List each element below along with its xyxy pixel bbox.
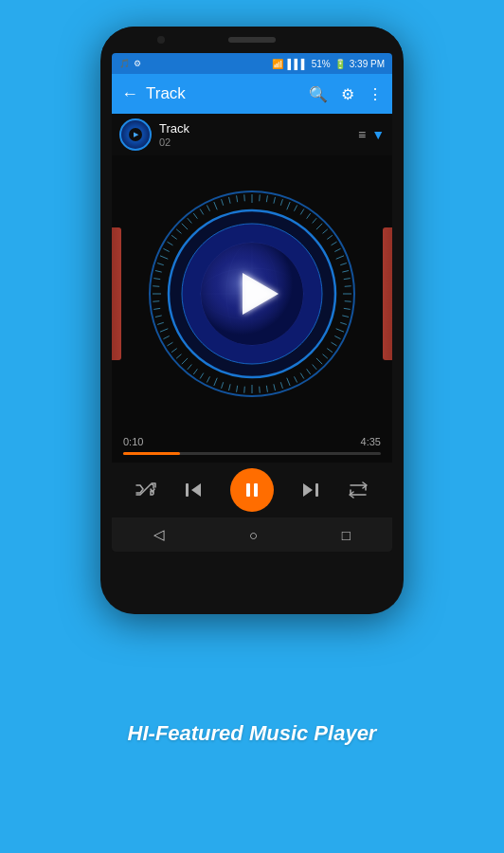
svg-line-70	[316, 224, 322, 229]
home-nav-button[interactable]: ○	[249, 527, 258, 543]
playlist-icon[interactable]: ≡	[358, 127, 366, 142]
svg-line-12	[307, 369, 311, 374]
next-icon	[301, 481, 320, 499]
svg-line-50	[182, 224, 188, 229]
player-disc[interactable]	[148, 190, 356, 398]
svg-line-65	[287, 202, 290, 209]
back-nav-button[interactable]: ◁	[153, 526, 165, 543]
svg-line-39	[153, 301, 159, 302]
svg-line-11	[313, 365, 317, 370]
svg-line-61	[260, 194, 261, 201]
progress-bar[interactable]	[123, 452, 381, 455]
svg-rect-94	[254, 483, 258, 497]
more-options-icon[interactable]: ⋮	[368, 85, 383, 103]
side-artwork-right	[383, 227, 392, 360]
battery-level: 51%	[312, 59, 331, 69]
repeat-button[interactable]	[348, 481, 369, 499]
shuffle-button[interactable]	[135, 481, 156, 499]
svg-line-22	[237, 386, 238, 392]
svg-line-35	[160, 329, 168, 332]
mini-disc-inner: ▶	[129, 128, 142, 141]
svg-line-67	[300, 209, 304, 214]
back-button[interactable]: ←	[121, 84, 138, 104]
mini-play-icon: ▶	[134, 131, 138, 138]
svg-line-44	[157, 263, 164, 265]
track-info-row: ▶ Track 02 ≡ ▼	[112, 114, 392, 155]
app-title: Track	[146, 84, 296, 103]
dropdown-icon[interactable]: ▼	[371, 127, 385, 142]
svg-line-19	[260, 387, 261, 393]
current-time: 0:10	[123, 436, 143, 447]
svg-line-45	[160, 256, 168, 259]
bottom-banner: HI-Featured Music Player	[0, 614, 504, 853]
svg-line-78	[344, 279, 351, 280]
progress-fill	[123, 452, 180, 455]
status-left-icons: 🎵 ⚙	[119, 59, 141, 68]
clock: 3:39 PM	[350, 59, 385, 69]
svg-line-57	[228, 197, 230, 204]
svg-line-2	[344, 308, 351, 309]
svg-line-36	[157, 322, 164, 324]
svg-rect-96	[315, 483, 318, 497]
status-right-icons: 📶 ▌▌▌ 51% 🔋 3:39 PM	[272, 59, 385, 69]
app-bar: ← Track 🔍 ⚙ ⋮	[112, 74, 392, 114]
svg-line-42	[153, 279, 160, 280]
svg-line-17	[274, 384, 276, 390]
side-artwork-left	[112, 227, 121, 360]
svg-line-54	[207, 205, 209, 210]
svg-line-27	[200, 373, 204, 379]
svg-line-30	[182, 358, 188, 364]
svg-line-53	[200, 209, 204, 214]
progress-times: 0:10 4:35	[123, 432, 381, 449]
svg-line-18	[266, 386, 267, 392]
next-button[interactable]	[301, 481, 320, 499]
track-action-icons: ≡ ▼	[358, 127, 385, 142]
svg-line-66	[294, 205, 297, 210]
previous-icon	[184, 481, 203, 499]
svg-marker-95	[303, 483, 313, 497]
progress-section: 0:10 4:35	[112, 432, 392, 463]
svg-line-48	[171, 235, 177, 239]
svg-line-52	[193, 213, 197, 219]
svg-line-8	[327, 349, 333, 353]
search-icon[interactable]: 🔍	[309, 85, 328, 103]
svg-line-13	[300, 373, 304, 379]
svg-line-68	[307, 213, 311, 219]
svg-line-26	[207, 376, 209, 382]
settings-icon: ⚙	[134, 59, 141, 68]
svg-line-5	[336, 329, 344, 332]
svg-line-38	[153, 308, 160, 309]
total-time: 4:35	[361, 436, 381, 447]
svg-line-79	[345, 286, 351, 287]
equalizer-icon[interactable]: ⚙	[341, 85, 354, 103]
phone-shell: 🎵 ⚙ 📶 ▌▌▌ 51% 🔋 3:39 PM ← Track 🔍 ⚙ ⋮ ▶	[100, 27, 404, 614]
battery-icon: 🔋	[334, 59, 346, 69]
previous-button[interactable]	[184, 481, 203, 499]
svg-line-37	[155, 316, 162, 318]
svg-line-56	[222, 199, 224, 206]
banner-text: HI-Featured Music Player	[128, 721, 377, 746]
status-bar: 🎵 ⚙ 📶 ▌▌▌ 51% 🔋 3:39 PM	[112, 53, 392, 74]
svg-line-62	[266, 195, 267, 202]
svg-line-46	[163, 248, 169, 251]
mini-disc: ▶	[119, 118, 152, 151]
svg-line-6	[334, 336, 340, 338]
svg-line-32	[171, 349, 177, 353]
svg-line-23	[228, 384, 230, 390]
svg-line-43	[155, 270, 162, 272]
shuffle-icon	[135, 481, 156, 499]
phone-top-bar	[100, 27, 404, 53]
svg-line-71	[323, 229, 328, 234]
svg-line-16	[280, 382, 282, 389]
svg-line-24	[222, 382, 224, 389]
svg-line-41	[153, 286, 159, 287]
notification-icon: 🎵	[119, 59, 130, 68]
svg-line-14	[294, 376, 297, 382]
repeat-icon	[348, 481, 369, 499]
svg-line-72	[327, 235, 333, 239]
svg-line-69	[313, 218, 317, 223]
svg-line-49	[176, 229, 181, 234]
svg-line-34	[163, 336, 169, 338]
pause-button[interactable]	[230, 468, 274, 512]
recent-nav-button[interactable]: □	[342, 527, 351, 543]
